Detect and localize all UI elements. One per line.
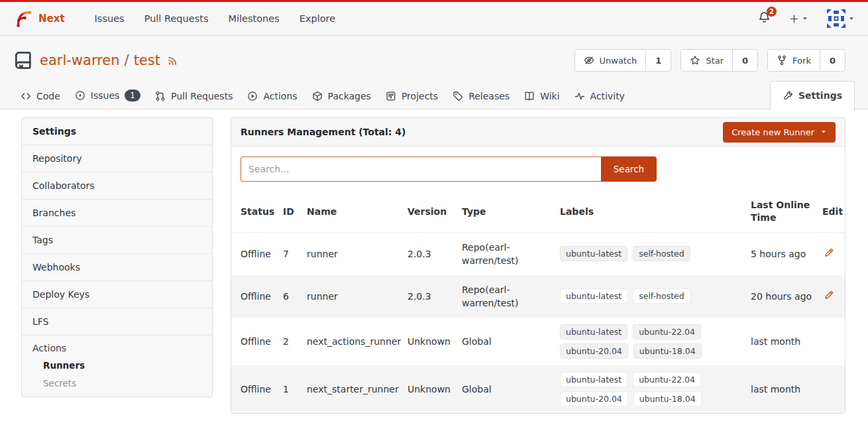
label-chip: ubuntu-18.04: [633, 343, 702, 359]
tab-settings[interactable]: Settings: [770, 81, 855, 110]
unwatch-button[interactable]: Unwatch: [575, 50, 647, 71]
tab-code[interactable]: Code: [13, 83, 68, 109]
create-new-runner-label: Create new Runner: [732, 127, 814, 137]
star-count[interactable]: 0: [733, 50, 757, 71]
caret-down-icon: [820, 129, 827, 135]
runner-last-online: 5 hours ago: [751, 233, 822, 275]
notifications-button[interactable]: 2: [758, 11, 771, 27]
search-button[interactable]: Search: [601, 156, 657, 182]
search-bar: Search: [231, 147, 845, 191]
pull-request-icon: [155, 91, 166, 101]
runner-id: 1: [283, 365, 307, 413]
home-brand[interactable]: Next: [13, 9, 65, 29]
runner-labels: ubuntu-latestself-hosted: [560, 275, 751, 318]
sidebar-header: Settings: [22, 118, 212, 145]
table-row: Offline2next_actions_runnerUnknownGlobal…: [231, 318, 845, 365]
activity-icon: [574, 91, 585, 101]
top-navbar: Next IssuesPull RequestsMilestonesExplor…: [0, 2, 868, 36]
plus-icon: [789, 14, 799, 24]
actions-icon: [247, 91, 258, 101]
tab-activity[interactable]: Activity: [567, 83, 632, 109]
tab-projects[interactable]: Projects: [378, 83, 445, 109]
sidebar-item-branches[interactable]: Branches: [22, 199, 212, 226]
navbar-links: IssuesPull RequestsMilestonesExplore: [85, 13, 346, 24]
nav-link-pull-requests[interactable]: Pull Requests: [135, 13, 219, 24]
tab-packages[interactable]: Packages: [305, 83, 378, 109]
runner-edit-cell: [822, 365, 845, 413]
runner-name: next_starter_runner: [307, 365, 407, 413]
tab-actions[interactable]: Actions: [240, 83, 304, 109]
runner-type: Global: [462, 318, 560, 365]
sidebar-item-repository[interactable]: Repository: [22, 145, 212, 172]
sidebar-subitem-runners[interactable]: Runners: [43, 360, 201, 371]
column-header-labels: Labels: [560, 191, 751, 233]
label-chip: ubuntu-latest: [560, 372, 627, 387]
column-header-name: Name: [307, 191, 407, 233]
project-icon: [386, 91, 396, 101]
chevron-down-icon: [802, 15, 808, 22]
tab-releases[interactable]: Releases: [445, 83, 517, 109]
fork-icon: [777, 55, 787, 66]
repo-name-link[interactable]: test: [134, 52, 160, 68]
notification-count-badge: 2: [767, 7, 777, 17]
star-button[interactable]: Star: [681, 50, 733, 71]
tab-pull-requests[interactable]: Pull Requests: [148, 83, 240, 109]
tab-wiki[interactable]: Wiki: [517, 83, 567, 109]
unwatch-count[interactable]: 1: [646, 50, 671, 71]
edit-runner-button[interactable]: [822, 288, 836, 304]
fork-button[interactable]: Fork: [768, 50, 820, 71]
repo-owner-link[interactable]: earl-warren: [40, 52, 120, 68]
sidebar-item-collaborators[interactable]: Collaborators: [22, 172, 212, 199]
sidebar-item-webhooks[interactable]: Webhooks: [22, 253, 212, 280]
tab-label: Pull Requests: [171, 91, 233, 101]
repo-title: earl-warren / test: [40, 52, 178, 68]
edit-runner-button[interactable]: [822, 246, 836, 261]
repo-separator: /: [125, 52, 129, 68]
create-new-runner-button[interactable]: Create new Runner: [723, 122, 836, 143]
sidebar-item-deploy-keys[interactable]: Deploy Keys: [22, 280, 212, 308]
table-row: Offline1next_starter_runnerUnknownGlobal…: [231, 365, 845, 413]
nav-link-milestones[interactable]: Milestones: [218, 13, 289, 24]
unwatch-button-group: Unwatch1: [574, 49, 672, 72]
rss-icon[interactable]: [167, 55, 178, 66]
package-icon: [312, 91, 323, 101]
runner-type: Repo(earl-warren/test): [462, 275, 560, 318]
star-button-group: Star0: [680, 49, 758, 72]
label-chip: ubuntu-latest: [560, 324, 627, 339]
runner-type: Repo(earl-warren/test): [462, 233, 560, 275]
runner-edit-cell: [822, 275, 845, 318]
sidebar-subitem-secrets[interactable]: Secrets: [43, 378, 201, 389]
create-new-menu[interactable]: [789, 14, 808, 24]
label-chips: ubuntu-latestubuntu-22.04ubuntu-20.04ubu…: [560, 324, 719, 359]
user-menu[interactable]: [827, 9, 855, 28]
repo-tabs: CodeIssues1Pull RequestsActionsPackagesP…: [13, 74, 855, 109]
tab-count-badge: 1: [125, 90, 140, 101]
runner-last-online: last month: [751, 365, 822, 413]
nav-link-issues[interactable]: Issues: [85, 13, 135, 24]
repo-action-buttons: Unwatch1Star0Fork0: [574, 49, 855, 72]
tab-issues[interactable]: Issues1: [68, 82, 148, 109]
runner-version: 2.0.3: [407, 233, 462, 275]
column-header-id: ID: [283, 191, 307, 233]
tag-icon: [453, 91, 463, 101]
repository-icon: [13, 50, 33, 70]
panel-header: Runners Management (Total: 4) Create new…: [231, 118, 845, 147]
tab-label: Issues: [91, 90, 120, 101]
runner-status: Offline: [231, 275, 283, 318]
runner-type: Global: [462, 365, 560, 413]
fork-count[interactable]: 0: [820, 50, 845, 71]
tab-label: Wiki: [540, 91, 559, 101]
nav-link-explore[interactable]: Explore: [290, 13, 345, 24]
runner-labels: ubuntu-latestubuntu-22.04ubuntu-20.04ubu…: [560, 318, 751, 365]
sidebar-item-actions[interactable]: Actions: [32, 343, 201, 353]
column-header-type: Type: [462, 191, 560, 233]
forgejo-logo-icon: [13, 9, 33, 29]
table-row: Offline6runner2.0.3Repo(earl-warren/test…: [231, 275, 845, 318]
runner-status: Offline: [231, 365, 283, 413]
sidebar-item-tags[interactable]: Tags: [22, 226, 212, 253]
tab-label: Actions: [263, 91, 297, 101]
navbar-right: 2: [758, 9, 855, 28]
search-input[interactable]: [241, 156, 601, 182]
sidebar-item-lfs[interactable]: LFS: [22, 308, 212, 335]
runner-status: Offline: [231, 233, 283, 275]
